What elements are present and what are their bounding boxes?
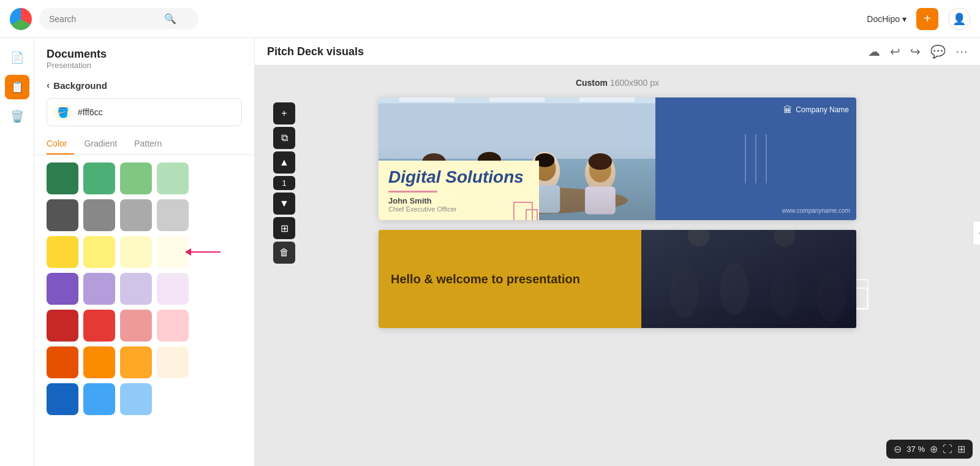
canvas-title: Pitch Deck visuals	[267, 45, 364, 58]
cloud-save-icon[interactable]: ☁	[868, 44, 880, 59]
color-swatch-yellow-pale[interactable]	[157, 236, 189, 268]
color-swatch-green-pale[interactable]	[157, 162, 189, 194]
building-icon: 🏛	[783, 105, 792, 115]
svg-point-30	[674, 266, 695, 289]
app-logo[interactable]	[10, 8, 32, 30]
add-slide-button[interactable]: +	[273, 102, 295, 124]
undo-icon[interactable]: ↩	[890, 44, 900, 59]
svg-point-21	[589, 158, 611, 183]
color-swatch-orange-light[interactable]	[120, 346, 152, 378]
color-swatch-orange-mid[interactable]	[83, 346, 115, 378]
slide1-photo-area: Digital Solutions John Smith Chief Execu…	[379, 97, 655, 220]
dochipo-label: DocHipo	[867, 14, 900, 24]
color-swatch-green-light[interactable]	[120, 162, 152, 194]
color-swatch-red-dark[interactable]	[47, 310, 78, 342]
svg-rect-3	[399, 97, 454, 102]
comments-icon[interactable]: 💬	[930, 44, 946, 59]
svg-point-32	[725, 263, 745, 286]
tab-gradient[interactable]: Gradient	[84, 134, 124, 155]
canvas-actions: ☁ ↩ ↪ 💬 ⋯	[868, 44, 968, 59]
zoom-grid-button[interactable]: ⊞	[957, 443, 965, 455]
color-swatch-purple-dark[interactable]	[47, 273, 78, 305]
main-layout: 📄 📋 🗑️ Documents Presentation ‹ Backgrou…	[0, 38, 980, 466]
color-swatch-purple-pale[interactable]	[157, 273, 189, 305]
more-options-icon[interactable]: ⋯	[956, 44, 968, 59]
tab-color[interactable]: Color	[47, 134, 74, 155]
search-icon: 🔍	[164, 13, 176, 25]
canvas-header: Pitch Deck visuals ☁ ↩ ↪ 💬 ⋯	[255, 38, 980, 66]
slide1-role: Chief Executive Officer	[388, 205, 529, 213]
svg-point-29	[670, 268, 699, 318]
color-swatch-purple-mid[interactable]	[83, 273, 115, 305]
color-swatch-purple-light[interactable]	[120, 273, 152, 305]
slide-grid-button[interactable]: ⊞	[273, 217, 295, 239]
topbar-right: DocHipo ▾ + 👤	[867, 8, 970, 30]
copy-slide-button[interactable]: ⧉	[273, 127, 295, 149]
color-hex-value: #fff6cc	[78, 107, 103, 117]
color-grid	[34, 162, 254, 415]
templates-icon: 📋	[10, 80, 24, 94]
color-swatch-yellow-dark[interactable]	[47, 236, 78, 268]
color-swatch-red-pale[interactable]	[157, 310, 189, 342]
svg-point-19	[585, 153, 616, 192]
slide-up-button[interactable]: ▲	[273, 151, 295, 174]
svg-point-27	[688, 230, 709, 246]
zoom-percent: 37 %	[907, 445, 925, 454]
color-swatch-orange-dark[interactable]	[47, 346, 78, 378]
color-tabs: Color Gradient Pattern	[34, 134, 254, 155]
search-input[interactable]	[49, 14, 159, 24]
slide-toolbar: + ⧉ ▲ 1 ▼ ⊞ 🗑	[273, 102, 295, 264]
back-row[interactable]: ‹ Background	[34, 72, 254, 98]
slide-number: 1	[273, 176, 295, 190]
color-swatch-gray-pale[interactable]	[157, 199, 189, 231]
slide1-name: John Smith	[388, 196, 529, 205]
color-swatch-red-light[interactable]	[120, 310, 152, 342]
search-bar[interactable]: 🔍	[39, 8, 198, 29]
sidebar-item-templates[interactable]: 📋	[5, 75, 29, 99]
user-avatar[interactable]: 👤	[948, 8, 970, 30]
color-swatch-red-mid[interactable]	[83, 310, 115, 342]
color-swatch-blue-light[interactable]	[120, 383, 152, 415]
panel-title: Documents	[47, 48, 242, 61]
svg-rect-4	[489, 97, 545, 102]
slide1-text-area: Digital Solutions John Smith Chief Execu…	[379, 161, 539, 220]
slide-2[interactable]: Hello & welcome to presentation	[379, 230, 856, 328]
slide-1[interactable]: Digital Solutions John Smith Chief Execu…	[379, 97, 856, 220]
svg-point-36	[821, 270, 842, 292]
icon-sidebar: 📄 📋 🗑️	[0, 38, 34, 466]
svg-point-35	[817, 272, 846, 322]
color-swatch-yellow-light[interactable]	[120, 236, 152, 268]
slide-1-container: Digital Solutions John Smith Chief Execu…	[379, 97, 856, 220]
canvas-area: Pitch Deck visuals ☁ ↩ ↪ 💬 ⋯ Custom 1600…	[255, 38, 980, 466]
color-swatch-green-dark[interactable]	[47, 162, 78, 194]
color-swatch-blue-dark[interactable]	[47, 383, 78, 415]
slide1-website: www.companyname.com	[782, 207, 850, 214]
svg-point-28	[774, 230, 795, 246]
color-swatch-blue-mid[interactable]	[83, 383, 115, 415]
slide-2-container: Hello & welcome to presentation	[379, 230, 856, 328]
tab-pattern[interactable]: Pattern	[134, 134, 169, 155]
color-picker-row[interactable]: 🪣 #fff6cc	[47, 98, 242, 126]
left-panel: Documents Presentation ‹ Background 🪣 #f…	[34, 38, 255, 466]
color-swatch-yellow-mid[interactable]	[83, 236, 115, 268]
canvas-size-label: Custom 1600x900 px	[576, 78, 659, 88]
delete-slide-button[interactable]: 🗑	[273, 242, 295, 264]
paint-bucket-icon: 🪣	[55, 104, 72, 121]
slide-down-button[interactable]: ▼	[273, 193, 295, 215]
zoom-out-button[interactable]: ⊖	[894, 443, 902, 455]
color-swatch-green-mid[interactable]	[83, 162, 115, 194]
add-button[interactable]: +	[916, 8, 938, 30]
color-swatch-gray-dark[interactable]	[47, 199, 78, 231]
color-swatch-gray-light[interactable]	[120, 199, 152, 231]
slide1-right: 🏛 Company Name www.companyname.com	[655, 97, 856, 220]
redo-icon[interactable]: ↪	[910, 44, 921, 59]
slide2-left: Hello & welcome to presentation	[379, 230, 641, 328]
color-swatch-orange-pale[interactable]	[157, 346, 189, 378]
sidebar-item-trash[interactable]: 🗑️	[5, 104, 29, 129]
zoom-fit-button[interactable]: ⛶	[943, 444, 952, 455]
color-swatch-gray-mid[interactable]	[83, 199, 115, 231]
zoom-in-button[interactable]: ⊕	[930, 443, 938, 455]
dochipo-menu[interactable]: DocHipo ▾	[867, 14, 907, 24]
slide1-underline	[388, 191, 437, 193]
sidebar-item-documents[interactable]: 📄	[5, 45, 29, 70]
